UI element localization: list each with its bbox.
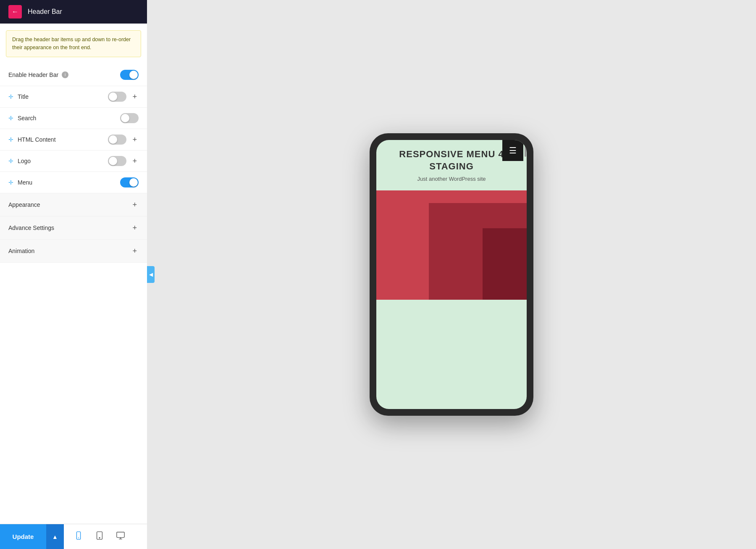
- item-right-title: +: [108, 92, 139, 102]
- panel-header: ← Header Bar: [0, 0, 147, 24]
- item-row-search: ✛ Search: [0, 108, 147, 129]
- toggle-thumb-title: [109, 92, 117, 101]
- site-title: RESPONSIVE MENU 4 STAGING: [389, 148, 514, 172]
- enable-header-bar-label-group: Enable Header Bar i: [8, 71, 68, 78]
- phone-screen: RESPONSIVE MENU 4 STAGING Just another W…: [376, 140, 527, 409]
- plus-button-logo[interactable]: +: [131, 156, 139, 166]
- plus-button-advance-settings[interactable]: +: [131, 223, 139, 232]
- svg-rect-4: [117, 532, 124, 538]
- drag-icon-search[interactable]: ✛: [8, 115, 13, 121]
- phone-scrollbar-thumb: [525, 144, 526, 157]
- site-tagline: Just another WordPress site: [389, 176, 514, 182]
- phone-mockup: RESPONSIVE MENU 4 STAGING Just another W…: [370, 133, 533, 416]
- toggle-track-logo: [108, 156, 126, 166]
- section-label-advance-settings: Advance Settings: [8, 224, 54, 231]
- toggle-thumb-html-content: [109, 135, 117, 144]
- item-left-search: ✛ Search: [8, 115, 36, 121]
- device-icons-group: [64, 529, 135, 544]
- content-block-outer: [376, 190, 527, 300]
- main-content: RESPONSIVE MENU 4 STAGING Just another W…: [147, 0, 756, 549]
- item-row-logo: ✛ Logo +: [0, 150, 147, 172]
- arrow-up-icon: ▲: [52, 533, 58, 540]
- item-label-menu: Menu: [18, 179, 32, 186]
- item-label-search: Search: [18, 115, 36, 121]
- section-row-animation[interactable]: Animation +: [0, 240, 147, 263]
- item-label-logo: Logo: [18, 158, 31, 164]
- enable-header-bar-toggle[interactable]: [120, 70, 139, 80]
- device-icon-desktop[interactable]: [114, 529, 127, 544]
- section-row-appearance[interactable]: Appearance +: [0, 193, 147, 216]
- notice-box: Drag the header bar items up and down to…: [6, 30, 141, 57]
- toggle-menu[interactable]: [120, 177, 139, 187]
- toggle-thumb-menu: [129, 178, 138, 187]
- item-label-html-content: HTML Content: [18, 136, 56, 143]
- update-button[interactable]: Update: [0, 524, 46, 549]
- screen-top-area: RESPONSIVE MENU 4 STAGING Just another W…: [376, 140, 527, 190]
- left-panel: ← Header Bar Drag the header bar items u…: [0, 0, 147, 549]
- enable-header-bar-row: Enable Header Bar i: [0, 64, 147, 86]
- item-left-menu: ✛ Menu: [8, 179, 32, 186]
- arrow-up-button[interactable]: ▲: [46, 524, 64, 549]
- toggle-track-menu: [120, 177, 139, 187]
- toggle-track-title: [108, 92, 126, 102]
- plus-button-html-content[interactable]: +: [131, 135, 139, 144]
- info-icon[interactable]: i: [62, 71, 68, 78]
- enable-header-bar-label: Enable Header Bar: [8, 71, 58, 78]
- collapse-icon: ◀: [149, 272, 153, 277]
- phone-screen-inner: RESPONSIVE MENU 4 STAGING Just another W…: [376, 140, 527, 409]
- panel-collapse-button[interactable]: ◀: [147, 266, 155, 283]
- toggle-thumb-enable: [129, 71, 138, 79]
- notice-text: Drag the header bar items up and down to…: [12, 37, 131, 50]
- item-right-menu: [120, 177, 139, 187]
- toggle-thumb-logo: [109, 157, 117, 165]
- item-left-logo: ✛ Logo: [8, 158, 31, 164]
- device-icon-tablet[interactable]: [93, 529, 106, 544]
- plus-button-appearance[interactable]: +: [131, 200, 139, 209]
- toggle-html-content[interactable]: [108, 135, 126, 145]
- drag-icon-menu[interactable]: ✛: [8, 179, 13, 186]
- content-block-mid: [429, 203, 527, 300]
- toggle-track-search: [120, 113, 139, 123]
- item-right-html-content: +: [108, 135, 139, 145]
- item-left-html-content: ✛ HTML Content: [8, 136, 56, 143]
- phone-scrollbar: [524, 140, 527, 190]
- toggle-track-enable: [120, 70, 139, 80]
- item-left-title: ✛ Title: [8, 93, 29, 100]
- bottom-toolbar: Update ▲: [0, 524, 147, 549]
- item-row-html-content: ✛ HTML Content +: [0, 129, 147, 150]
- plus-button-title[interactable]: +: [131, 92, 139, 101]
- menu-button-mockup[interactable]: ☰: [502, 140, 523, 161]
- panel-title: Header Bar: [28, 8, 62, 16]
- device-icon-mobile[interactable]: [72, 529, 85, 544]
- drag-icon-title[interactable]: ✛: [8, 93, 13, 100]
- toggle-title[interactable]: [108, 92, 126, 102]
- hamburger-icon: ☰: [509, 145, 517, 156]
- section-label-animation: Animation: [8, 248, 34, 254]
- drag-icon-html-content[interactable]: ✛: [8, 136, 13, 143]
- back-button[interactable]: ←: [8, 5, 22, 18]
- toggle-search[interactable]: [120, 113, 139, 123]
- section-label-appearance: Appearance: [8, 201, 40, 208]
- svg-point-1: [78, 538, 79, 538]
- drag-icon-logo[interactable]: ✛: [8, 158, 13, 164]
- section-row-advance-settings[interactable]: Advance Settings +: [0, 216, 147, 240]
- item-row-title: ✛ Title +: [0, 86, 147, 108]
- content-block-inner: [483, 228, 527, 300]
- item-right-search: [120, 113, 139, 123]
- toggle-logo[interactable]: [108, 156, 126, 166]
- item-label-title: Title: [18, 93, 29, 100]
- screen-bottom-space: [376, 300, 527, 333]
- svg-point-3: [99, 538, 100, 538]
- toggle-thumb-search: [121, 114, 129, 122]
- plus-button-animation[interactable]: +: [131, 246, 139, 256]
- back-icon: ←: [12, 8, 18, 16]
- settings-area: Enable Header Bar i ✛ Title: [0, 64, 147, 524]
- item-right-logo: +: [108, 156, 139, 166]
- toggle-track-html-content: [108, 135, 126, 145]
- item-row-menu: ✛ Menu: [0, 172, 147, 193]
